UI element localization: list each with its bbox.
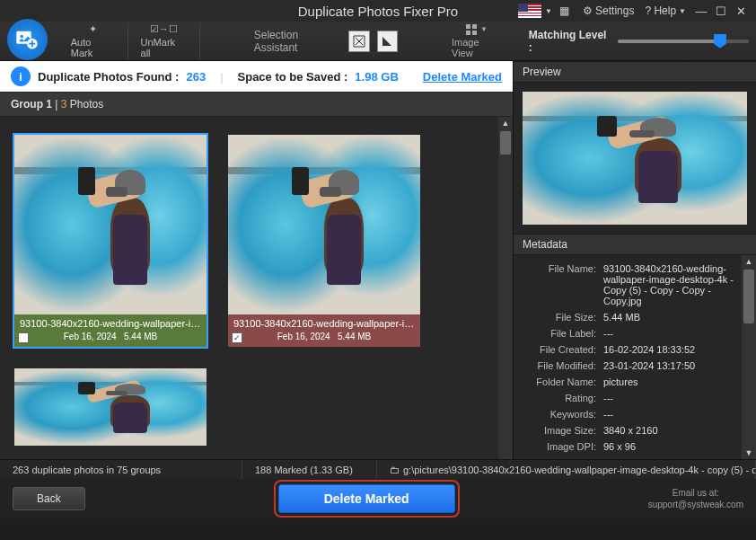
- scroll-up-icon[interactable]: ▲: [501, 119, 510, 128]
- thumbnail-checkbox[interactable]: ✓: [232, 332, 242, 343]
- scroll-down-icon[interactable]: ▼: [744, 448, 753, 457]
- metadata-row: File Label:---: [521, 325, 749, 341]
- metadata-row: Folder Name:pictures: [521, 374, 749, 390]
- metadata-key: Bit Depth:: [521, 457, 603, 459]
- metadata-value: 93100-3840x2160-wedding-wallpaper-image-…: [603, 263, 749, 306]
- status-path: 🗀 g:\pictures\93100-3840x2160-wedding-wa…: [377, 460, 756, 479]
- thumbnail-meta: Feb 16, 2024 5.44 MB: [233, 332, 415, 341]
- thumbnail-card[interactable]: 93100-3840x2160-wedding-wallpaper-im...F…: [226, 133, 422, 349]
- wand-icon: ✦: [89, 23, 97, 35]
- metadata-row: Keywords:---: [521, 406, 749, 422]
- metadata-value: 96 x 96: [603, 441, 749, 452]
- close-button[interactable]: ✕: [731, 3, 751, 19]
- thumbnail-filename: 93100-3840x2160-wedding-wallpaper-im...: [233, 318, 415, 329]
- metadata-value: 16-02-2024 18:33:52: [603, 344, 749, 355]
- svg-point-1: [21, 34, 24, 38]
- metadata-key: File Created:: [521, 344, 603, 355]
- scrollbar-thumb[interactable]: [743, 270, 754, 323]
- back-button[interactable]: Back: [13, 487, 85, 510]
- preview-image: [523, 92, 747, 225]
- thumbnail-image: [228, 135, 420, 314]
- info-icon: i: [11, 66, 31, 86]
- grid-menu-icon[interactable]: ▦: [559, 4, 568, 17]
- metadata-value: pictures: [603, 376, 749, 387]
- settings-button[interactable]: ⚙Settings: [577, 3, 639, 19]
- metadata-value: 3840 x 2160: [603, 425, 749, 436]
- metadata-row: File Name:93100-3840x2160-wedding-wallpa…: [521, 261, 749, 309]
- metadata-key: File Label:: [521, 328, 603, 339]
- thumbnail-image: [14, 135, 207, 314]
- thumbnail-meta: Feb 16, 2024 5.44 MB: [20, 332, 201, 341]
- gear-icon: ⚙: [583, 4, 593, 17]
- metadata-row: File Created:16-02-2024 18:33:52: [521, 341, 749, 358]
- matching-level-slider[interactable]: [618, 40, 749, 43]
- uncheck-icon: ☑→☐: [150, 23, 178, 35]
- metadata-header: Metadata: [514, 234, 756, 255]
- grid-icon: [466, 24, 477, 35]
- metadata-value: ---: [603, 393, 749, 403]
- metadata-value: ---: [603, 328, 749, 339]
- slider-thumb[interactable]: [714, 34, 726, 49]
- metadata-row: Image Size:3840 x 2160: [521, 422, 749, 438]
- image-view-button[interactable]: ▼ Image View: [452, 24, 502, 58]
- scrollbar-thumb[interactable]: [500, 131, 511, 155]
- matching-level-label: Matching Level :: [529, 29, 611, 54]
- found-count: 263: [186, 70, 206, 84]
- delete-marked-button[interactable]: Delete Marked: [278, 484, 455, 513]
- metadata-key: Keywords:: [521, 409, 603, 420]
- thumbnail-card[interactable]: 93100-3840x2160-wedding-wallpaper-im...F…: [13, 133, 208, 349]
- selection-assistant-label: Selection Assistant: [254, 29, 342, 54]
- metadata-key: Image DPI:: [521, 441, 603, 452]
- space-value: 1.98 GB: [355, 70, 398, 84]
- app-title: Duplicate Photos Fixer Pro: [298, 4, 458, 19]
- metadata-key: Rating:: [521, 393, 603, 403]
- space-label: Space to be Saved :: [238, 70, 348, 84]
- selection-assist-1[interactable]: [348, 31, 369, 52]
- metadata-value: 5.44 MB: [603, 312, 749, 323]
- metadata-key: Folder Name:: [521, 376, 603, 387]
- chevron-down-icon: ▼: [679, 7, 686, 15]
- metadata-value: 23-01-2024 13:17:50: [603, 360, 749, 371]
- metadata-key: File Name:: [521, 263, 603, 306]
- scrollbar[interactable]: ▲: [498, 117, 513, 459]
- minimize-button[interactable]: —: [691, 3, 711, 19]
- metadata-scrollbar[interactable]: ▲ ▼: [742, 255, 756, 459]
- metadata-key: Image Size:: [521, 425, 603, 436]
- preview-header: Preview: [514, 61, 756, 83]
- metadata-row: Image DPI:96 x 96: [521, 438, 749, 455]
- metadata-key: File Modified:: [521, 360, 603, 371]
- thumbnail-image: [14, 368, 207, 446]
- support-info: Email us at: support@systweak.com: [648, 487, 743, 510]
- help-button[interactable]: ? Help▼: [639, 3, 691, 19]
- metadata-row: Bit Depth:24: [521, 455, 749, 459]
- selection-assist-2[interactable]: [377, 31, 398, 52]
- metadata-key: File Size:: [521, 312, 603, 323]
- metadata-row: File Size:5.44 MB: [521, 309, 749, 325]
- auto-mark-button[interactable]: ✦ Auto Mark: [58, 23, 128, 59]
- thumbnail-filename: 93100-3840x2160-wedding-wallpaper-im...: [20, 318, 201, 329]
- maximize-button[interactable]: ☐: [711, 3, 731, 19]
- thumbnail-card[interactable]: [13, 367, 208, 447]
- app-logo: [7, 19, 48, 60]
- metadata-row: File Modified:23-01-2024 13:17:50: [521, 358, 749, 374]
- delete-marked-link[interactable]: Delete Marked: [423, 70, 502, 84]
- unmark-all-button[interactable]: ☑→☐ UnMark all: [128, 23, 200, 59]
- status-marked: 188 Marked (1.33 GB): [242, 460, 377, 479]
- flag-chevron-icon[interactable]: ▼: [545, 7, 552, 15]
- found-label: Duplicate Photos Found :: [38, 70, 179, 84]
- chevron-down-icon: ▼: [480, 25, 488, 33]
- thumbnail-checkbox[interactable]: [18, 332, 29, 343]
- metadata-row: Rating:---: [521, 390, 749, 406]
- flag-icon[interactable]: [518, 4, 541, 18]
- scroll-up-icon[interactable]: ▲: [744, 257, 753, 266]
- group-header: Group 1 | 3 Photos: [0, 92, 513, 117]
- metadata-value: ---: [603, 409, 749, 420]
- status-duplicates: 263 duplicate photos in 75 groups: [0, 460, 242, 479]
- metadata-value: 24: [603, 457, 749, 459]
- folder-icon: 🗀: [390, 465, 400, 475]
